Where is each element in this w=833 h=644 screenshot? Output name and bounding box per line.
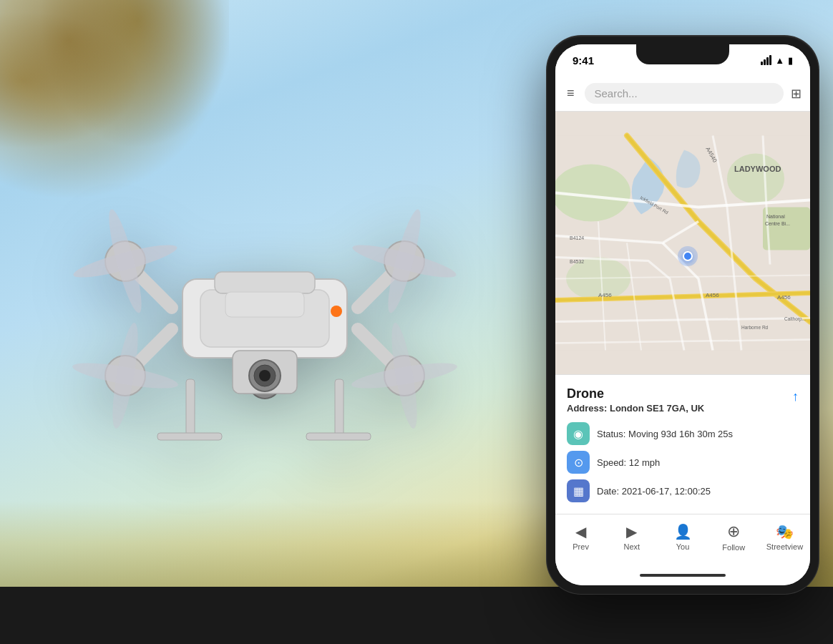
svg-text:Centre Bi...: Centre Bi... xyxy=(765,221,790,226)
streetview-label: Streetview xyxy=(766,542,803,551)
svg-point-35 xyxy=(727,154,784,204)
drone-image xyxy=(21,43,508,587)
svg-rect-29 xyxy=(335,379,344,436)
svg-text:A456: A456 xyxy=(777,294,791,301)
you-icon: 👤 xyxy=(674,523,692,540)
nav-streetview[interactable]: 🎭 Streetview xyxy=(759,523,810,551)
phone-mockup: 9:41 ▲ ▮ ≡ Search... ⊞ xyxy=(547,36,819,594)
layers-icon[interactable]: ⊞ xyxy=(791,86,802,102)
map-svg: A4540 A456 A456 A456 B4124 B4532 LADYWOO… xyxy=(555,112,810,374)
follow-label: Follow xyxy=(722,543,745,552)
status-icons: ▲ ▮ xyxy=(761,55,793,66)
nav-prev[interactable]: ◀ Prev xyxy=(555,523,606,551)
device-title: Drone xyxy=(567,386,704,401)
svg-point-26 xyxy=(259,370,271,381)
speed-icon: ⊙ xyxy=(567,451,590,474)
date-text: Date: 2021-06-17, 12:00:25 xyxy=(597,486,711,497)
svg-point-31 xyxy=(331,306,342,317)
nav-you[interactable]: 👤 You xyxy=(657,523,708,551)
location-pulse xyxy=(678,246,698,266)
wifi-icon: ▲ xyxy=(775,55,784,66)
svg-rect-18 xyxy=(215,272,315,293)
speed-text: Speed: 12 mph xyxy=(597,457,660,468)
svg-text:A456: A456 xyxy=(706,292,719,298)
next-label: Next xyxy=(623,542,640,551)
dark-bottom-bar xyxy=(0,587,833,644)
phone-screen: 9:41 ▲ ▮ ≡ Search... ⊞ xyxy=(555,44,810,585)
svg-text:Calthorp...: Calthorp... xyxy=(784,316,806,322)
status-text: Status: Moving 93d 16h 30m 25s xyxy=(597,429,733,439)
map-view[interactable]: A4540 A456 A456 A456 B4124 B4532 LADYWOO… xyxy=(555,112,810,374)
location-dot-inner xyxy=(683,251,693,261)
phone-notch xyxy=(636,44,729,64)
svg-rect-27 xyxy=(186,379,195,436)
phone-frame: 9:41 ▲ ▮ ≡ Search... ⊞ xyxy=(547,36,819,594)
date-row: ▦ Date: 2021-06-17, 12:00:25 xyxy=(567,479,799,502)
status-time: 9:41 xyxy=(573,54,594,67)
search-bar: ≡ Search... ⊞ xyxy=(555,76,810,112)
nav-next[interactable]: ▶ Next xyxy=(606,523,657,551)
device-info: Drone Address: London SE1 7GA, UK xyxy=(567,386,704,422)
svg-text:B4124: B4124 xyxy=(570,235,584,240)
info-panel: Drone Address: London SE1 7GA, UK ↑ ◉ St… xyxy=(555,374,810,514)
battery-icon: ▮ xyxy=(788,55,793,66)
search-input[interactable]: Search... xyxy=(585,83,784,104)
svg-text:LADYWOOD: LADYWOOD xyxy=(734,165,781,173)
svg-text:A456: A456 xyxy=(598,292,612,298)
bottom-nav: ◀ Prev ▶ Next 👤 You ⊕ Follow 🎭 Stree xyxy=(555,514,810,565)
follow-icon: ⊕ xyxy=(727,522,740,541)
speed-row: ⊙ Speed: 12 mph xyxy=(567,451,799,474)
search-placeholder: Search... xyxy=(595,87,638,99)
status-icon: ◉ xyxy=(567,422,590,445)
location-marker xyxy=(678,246,698,266)
svg-text:Harborne Rd: Harborne Rd xyxy=(741,325,769,330)
svg-rect-32 xyxy=(225,292,304,317)
share-button[interactable]: ↑ xyxy=(792,389,799,404)
prev-icon: ◀ xyxy=(575,523,586,540)
svg-text:National: National xyxy=(766,214,785,219)
prev-label: Prev xyxy=(573,542,589,551)
svg-rect-28 xyxy=(157,433,222,440)
info-rows: ◉ Status: Moving 93d 16h 30m 25s ⊙ Speed… xyxy=(567,422,799,502)
home-indicator xyxy=(555,565,810,585)
next-icon: ▶ xyxy=(626,523,637,540)
streetview-icon: 🎭 xyxy=(776,523,794,540)
svg-rect-30 xyxy=(306,433,371,440)
menu-icon[interactable]: ≡ xyxy=(564,83,578,104)
signal-icon xyxy=(761,55,771,65)
svg-text:B4532: B4532 xyxy=(570,259,584,264)
device-address: Address: London SE1 7GA, UK xyxy=(567,403,704,414)
nav-follow[interactable]: ⊕ Follow xyxy=(708,522,759,552)
you-label: You xyxy=(676,542,690,551)
date-icon: ▦ xyxy=(567,479,590,502)
status-row: ◉ Status: Moving 93d 16h 30m 25s xyxy=(567,422,799,445)
home-bar xyxy=(640,574,726,577)
